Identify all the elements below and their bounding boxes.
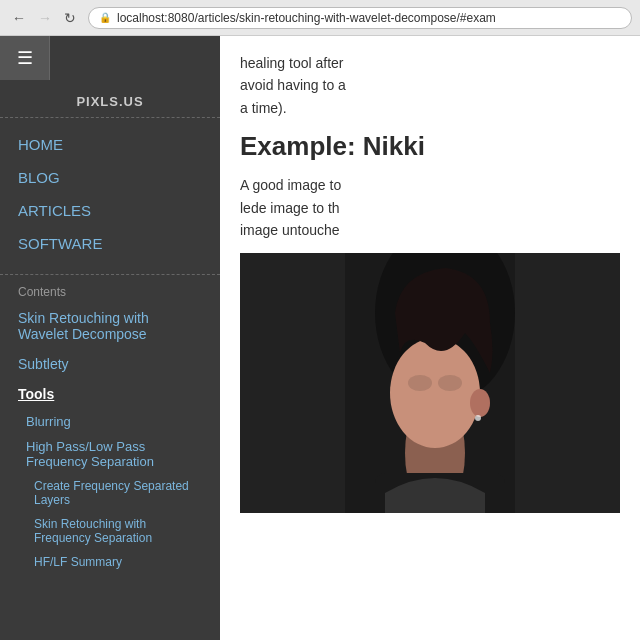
sidebar-item-home[interactable]: HOME	[0, 128, 220, 161]
contents-create-freq[interactable]: Create Frequency Separated Layers	[0, 474, 220, 512]
svg-point-5	[475, 415, 481, 421]
contents-subtlety[interactable]: Subtlety	[0, 349, 220, 379]
contents-tools[interactable]: Tools	[0, 379, 220, 409]
content-text-1: healing tool after avoid having to a a t…	[240, 52, 620, 119]
hamburger-button[interactable]: ☰	[0, 36, 50, 80]
sidebar-contents: Contents Skin Retouching with Wavelet De…	[0, 270, 220, 574]
contents-highpass[interactable]: High Pass/Low Pass Frequency Separation	[0, 434, 220, 474]
contents-skin-freq[interactable]: Skin Retouching with Frequency Separatio…	[0, 512, 220, 550]
contents-skin-retouching[interactable]: Skin Retouching with Wavelet Decompose	[0, 303, 220, 349]
sidebar: ☰ PIXLS.US HOME BLOG ARTICLES SOFTWARE C…	[0, 36, 220, 640]
hamburger-icon: ☰	[17, 49, 33, 67]
sidebar-item-blog[interactable]: BLOG	[0, 161, 220, 194]
sidebar-brand: PIXLS.US	[0, 80, 220, 118]
svg-point-6	[408, 375, 432, 391]
sidebar-item-software[interactable]: SOFTWARE	[0, 227, 220, 260]
content-heading: Example: Nikki	[240, 131, 620, 162]
contents-hflf[interactable]: HF/LF Summary	[0, 550, 220, 574]
reload-button[interactable]: ↻	[60, 8, 80, 28]
person-svg	[240, 253, 620, 513]
nav-buttons: ← → ↻	[8, 8, 80, 28]
sidebar-nav: HOME BLOG ARTICLES SOFTWARE	[0, 118, 220, 270]
contents-title: Contents	[0, 274, 220, 303]
back-button[interactable]: ←	[8, 8, 30, 28]
svg-point-3	[390, 338, 480, 448]
lock-icon: 🔒	[99, 12, 111, 23]
svg-point-4	[470, 389, 490, 417]
url-text: localhost:8080/articles/skin-retouching-…	[117, 11, 496, 25]
svg-point-7	[438, 375, 462, 391]
page-layout: ☰ PIXLS.US HOME BLOG ARTICLES SOFTWARE C…	[0, 36, 640, 640]
browser-chrome: ← → ↻ 🔒 localhost:8080/articles/skin-ret…	[0, 0, 640, 36]
content-image	[240, 253, 620, 513]
sidebar-item-articles[interactable]: ARTICLES	[0, 194, 220, 227]
content-body: A good image to lede image to th image u…	[240, 174, 620, 241]
content-area: healing tool after avoid having to a a t…	[220, 36, 640, 640]
top-row: ☰	[0, 36, 220, 80]
forward-button[interactable]: →	[34, 8, 56, 28]
address-bar[interactable]: 🔒 localhost:8080/articles/skin-retouchin…	[88, 7, 632, 29]
contents-blurring[interactable]: Blurring	[0, 409, 220, 434]
